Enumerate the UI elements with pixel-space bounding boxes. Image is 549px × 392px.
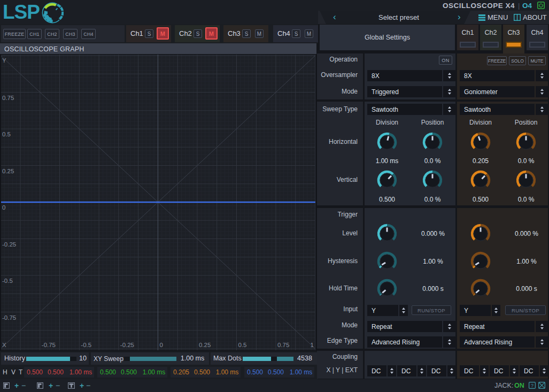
svg-text:0: 0 <box>159 342 163 348</box>
svg-text:0.5: 0.5 <box>238 342 247 348</box>
svg-text:-0.25: -0.25 <box>2 241 16 248</box>
svg-text:-0.25: -0.25 <box>120 342 134 348</box>
svg-text:-0.5: -0.5 <box>81 342 91 348</box>
svg-text:Y: Y <box>2 57 6 64</box>
svg-text:-0.75: -0.75 <box>42 342 56 348</box>
svg-text:X: X <box>2 342 6 348</box>
svg-text:0.75: 0.75 <box>277 342 289 348</box>
svg-text:0: 0 <box>2 204 5 211</box>
svg-text:-0.75: -0.75 <box>2 314 16 321</box>
svg-text:0.25: 0.25 <box>199 342 211 348</box>
svg-text:-0.5: -0.5 <box>2 278 13 284</box>
svg-text:0.75: 0.75 <box>2 95 14 101</box>
svg-text:1: 1 <box>311 342 314 348</box>
svg-text:?: ? <box>531 383 533 388</box>
svg-text:0.25: 0.25 <box>2 168 14 174</box>
svg-text:0.5: 0.5 <box>2 131 11 137</box>
